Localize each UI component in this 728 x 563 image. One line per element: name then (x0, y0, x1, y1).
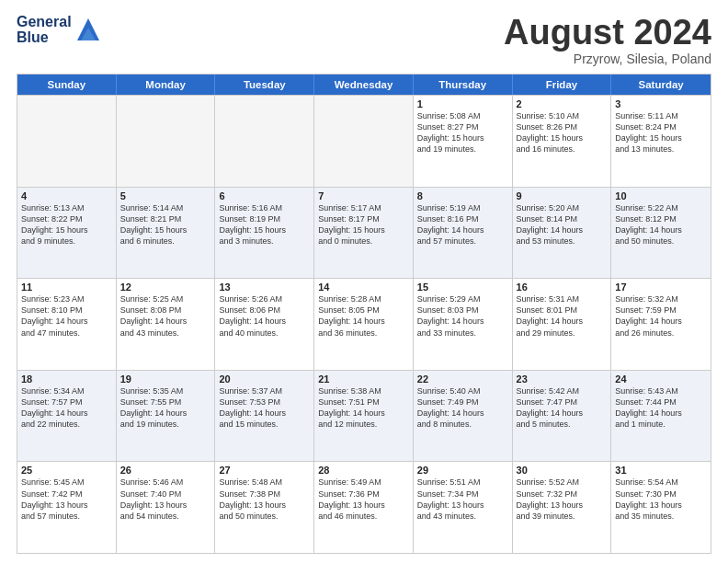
day-header-wednesday: Wednesday (314, 75, 414, 95)
day-info: Sunrise: 5:38 AM Sunset: 7:51 PM Dayligh… (318, 385, 409, 431)
calendar-row-2: 4Sunrise: 5:13 AM Sunset: 8:22 PM Daylig… (17, 187, 711, 279)
day-number: 2 (517, 98, 608, 109)
day-info: Sunrise: 5:42 AM Sunset: 7:47 PM Dayligh… (517, 385, 608, 431)
day-number: 3 (615, 98, 707, 109)
logo: General Blue (17, 15, 103, 46)
day-cell-15: 15Sunrise: 5:29 AM Sunset: 8:03 PM Dayli… (414, 279, 513, 370)
day-cell-26: 26Sunrise: 5:46 AM Sunset: 7:40 PM Dayli… (117, 462, 216, 553)
day-number: 1 (417, 98, 508, 109)
day-number: 30 (517, 465, 608, 476)
day-number: 4 (21, 190, 112, 201)
day-info: Sunrise: 5:10 AM Sunset: 8:26 PM Dayligh… (517, 110, 608, 155)
day-info: Sunrise: 5:54 AM Sunset: 7:30 PM Dayligh… (615, 477, 707, 522)
day-cell-23: 23Sunrise: 5:42 AM Sunset: 7:47 PM Dayli… (513, 371, 612, 462)
day-info: Sunrise: 5:48 AM Sunset: 7:38 PM Dayligh… (219, 477, 310, 522)
day-cell-5: 5Sunrise: 5:14 AM Sunset: 8:21 PM Daylig… (117, 188, 216, 279)
day-cell-24: 24Sunrise: 5:43 AM Sunset: 7:44 PM Dayli… (611, 371, 711, 462)
day-number: 29 (417, 465, 508, 476)
day-info: Sunrise: 5:32 AM Sunset: 7:59 PM Dayligh… (615, 293, 707, 339)
day-cell-16: 16Sunrise: 5:31 AM Sunset: 8:01 PM Dayli… (513, 279, 612, 370)
day-info: Sunrise: 5:49 AM Sunset: 7:36 PM Dayligh… (318, 477, 409, 522)
day-info: Sunrise: 5:17 AM Sunset: 8:17 PM Dayligh… (318, 202, 409, 247)
calendar-row-5: 25Sunrise: 5:45 AM Sunset: 7:42 PM Dayli… (17, 461, 711, 553)
day-number: 27 (219, 465, 310, 476)
day-cell-1: 1Sunrise: 5:08 AM Sunset: 8:27 PM Daylig… (414, 96, 513, 187)
day-info: Sunrise: 5:45 AM Sunset: 7:42 PM Dayligh… (21, 477, 112, 522)
day-header-saturday: Saturday (611, 75, 711, 95)
day-info: Sunrise: 5:34 AM Sunset: 7:57 PM Dayligh… (21, 385, 112, 431)
day-info: Sunrise: 5:22 AM Sunset: 8:12 PM Dayligh… (615, 202, 707, 247)
calendar-header: SundayMondayTuesdayWednesdayThursdayFrid… (17, 75, 711, 95)
day-cell-22: 22Sunrise: 5:40 AM Sunset: 7:49 PM Dayli… (414, 371, 513, 462)
page: General Blue August 2024 Przyrow, Silesi… (0, 0, 728, 563)
day-number: 10 (615, 190, 707, 201)
day-number: 9 (517, 190, 608, 201)
day-cell-8: 8Sunrise: 5:19 AM Sunset: 8:16 PM Daylig… (414, 188, 513, 279)
day-info: Sunrise: 5:26 AM Sunset: 8:06 PM Dayligh… (219, 293, 310, 339)
day-header-thursday: Thursday (414, 75, 513, 95)
empty-cell (117, 96, 216, 187)
logo-general: General (17, 15, 72, 30)
day-header-sunday: Sunday (17, 75, 117, 95)
header: General Blue August 2024 Przyrow, Silesi… (17, 15, 711, 66)
day-number: 31 (615, 465, 707, 476)
day-info: Sunrise: 5:46 AM Sunset: 7:40 PM Dayligh… (120, 477, 211, 522)
day-info: Sunrise: 5:23 AM Sunset: 8:10 PM Dayligh… (21, 293, 112, 339)
day-info: Sunrise: 5:11 AM Sunset: 8:24 PM Dayligh… (615, 110, 707, 155)
day-cell-13: 13Sunrise: 5:26 AM Sunset: 8:06 PM Dayli… (215, 279, 314, 370)
day-cell-7: 7Sunrise: 5:17 AM Sunset: 8:17 PM Daylig… (314, 188, 414, 279)
day-cell-28: 28Sunrise: 5:49 AM Sunset: 7:36 PM Dayli… (314, 462, 414, 553)
day-info: Sunrise: 5:20 AM Sunset: 8:14 PM Dayligh… (517, 202, 608, 247)
day-info: Sunrise: 5:52 AM Sunset: 7:32 PM Dayligh… (517, 477, 608, 522)
day-info: Sunrise: 5:29 AM Sunset: 8:03 PM Dayligh… (417, 293, 508, 339)
calendar-row-4: 18Sunrise: 5:34 AM Sunset: 7:57 PM Dayli… (17, 370, 711, 462)
day-cell-6: 6Sunrise: 5:16 AM Sunset: 8:19 PM Daylig… (215, 188, 314, 279)
day-header-tuesday: Tuesday (215, 75, 314, 95)
logo-blue: Blue (17, 30, 72, 46)
day-number: 14 (318, 282, 409, 293)
day-info: Sunrise: 5:43 AM Sunset: 7:44 PM Dayligh… (615, 385, 707, 431)
day-cell-4: 4Sunrise: 5:13 AM Sunset: 8:22 PM Daylig… (17, 188, 117, 279)
day-number: 24 (615, 373, 707, 385)
day-number: 22 (417, 373, 508, 385)
day-number: 17 (615, 282, 707, 293)
day-cell-11: 11Sunrise: 5:23 AM Sunset: 8:10 PM Dayli… (17, 279, 117, 370)
day-cell-29: 29Sunrise: 5:51 AM Sunset: 7:34 PM Dayli… (414, 462, 513, 553)
day-header-friday: Friday (513, 75, 612, 95)
day-number: 15 (417, 282, 508, 293)
day-number: 25 (21, 465, 112, 476)
day-number: 11 (21, 282, 112, 293)
day-info: Sunrise: 5:35 AM Sunset: 7:55 PM Dayligh… (120, 385, 211, 431)
title-area: August 2024 Przyrow, Silesia, Poland (504, 15, 711, 66)
month-title: August 2024 (504, 15, 711, 50)
day-number: 13 (219, 282, 310, 293)
day-cell-2: 2Sunrise: 5:10 AM Sunset: 8:26 PM Daylig… (513, 96, 612, 187)
calendar-row-1: 1Sunrise: 5:08 AM Sunset: 8:27 PM Daylig… (17, 95, 711, 187)
day-number: 28 (318, 465, 409, 476)
calendar-body: 1Sunrise: 5:08 AM Sunset: 8:27 PM Daylig… (17, 95, 711, 553)
day-cell-9: 9Sunrise: 5:20 AM Sunset: 8:14 PM Daylig… (513, 188, 612, 279)
day-info: Sunrise: 5:31 AM Sunset: 8:01 PM Dayligh… (517, 293, 608, 339)
day-cell-17: 17Sunrise: 5:32 AM Sunset: 7:59 PM Dayli… (611, 279, 711, 370)
day-info: Sunrise: 5:40 AM Sunset: 7:49 PM Dayligh… (417, 385, 508, 431)
day-number: 19 (120, 373, 211, 385)
day-number: 20 (219, 373, 310, 385)
calendar: SundayMondayTuesdayWednesdayThursdayFrid… (17, 74, 711, 554)
location: Przyrow, Silesia, Poland (504, 52, 711, 66)
logo-area: General Blue (17, 15, 103, 46)
day-cell-21: 21Sunrise: 5:38 AM Sunset: 7:51 PM Dayli… (314, 371, 414, 462)
day-info: Sunrise: 5:19 AM Sunset: 8:16 PM Dayligh… (417, 202, 508, 247)
empty-cell (215, 96, 314, 187)
day-cell-25: 25Sunrise: 5:45 AM Sunset: 7:42 PM Dayli… (17, 462, 117, 553)
day-cell-18: 18Sunrise: 5:34 AM Sunset: 7:57 PM Dayli… (17, 371, 117, 462)
day-info: Sunrise: 5:51 AM Sunset: 7:34 PM Dayligh… (417, 477, 508, 522)
calendar-row-3: 11Sunrise: 5:23 AM Sunset: 8:10 PM Dayli… (17, 278, 711, 370)
day-info: Sunrise: 5:25 AM Sunset: 8:08 PM Dayligh… (120, 293, 211, 339)
day-cell-30: 30Sunrise: 5:52 AM Sunset: 7:32 PM Dayli… (513, 462, 612, 553)
day-info: Sunrise: 5:28 AM Sunset: 8:05 PM Dayligh… (318, 293, 409, 339)
empty-cell (17, 96, 117, 187)
day-number: 26 (120, 465, 211, 476)
day-info: Sunrise: 5:08 AM Sunset: 8:27 PM Dayligh… (417, 110, 508, 155)
empty-cell (314, 96, 414, 187)
day-number: 16 (517, 282, 608, 293)
